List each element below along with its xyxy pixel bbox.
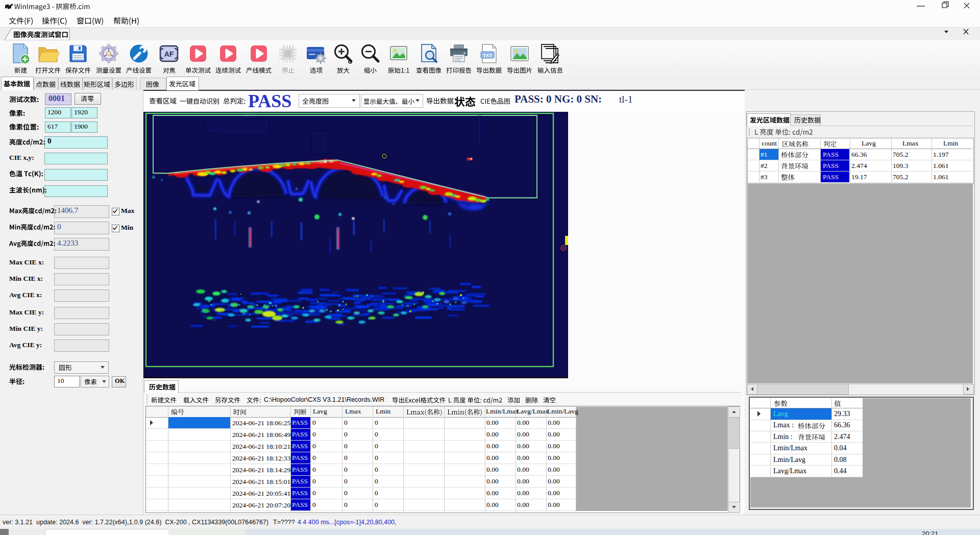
svg-text:TXT: TXT	[483, 53, 492, 58]
svg-text:AF: AF	[164, 50, 174, 58]
